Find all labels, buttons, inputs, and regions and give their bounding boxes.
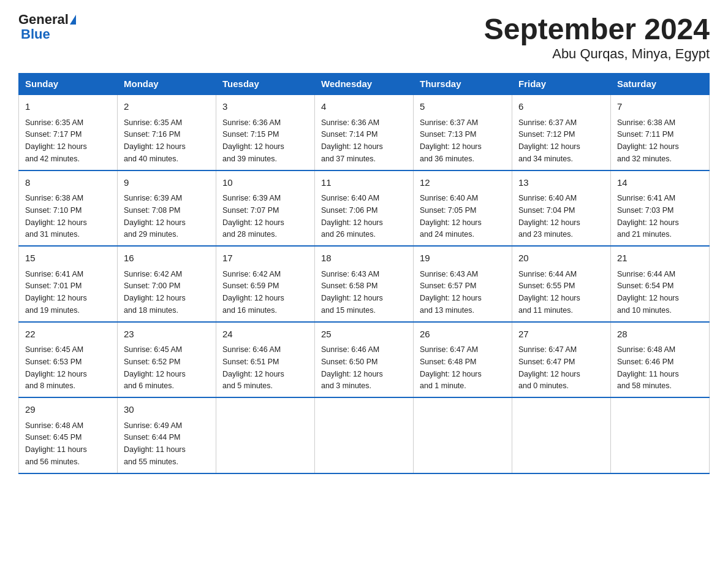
day-info: Sunrise: 6:44 AMSunset: 6:54 PMDaylight:… bbox=[617, 270, 679, 315]
calendar-cell: 17Sunrise: 6:42 AMSunset: 6:59 PMDayligh… bbox=[216, 246, 315, 322]
calendar-title: September 2024 bbox=[484, 12, 710, 46]
calendar-cell: 9Sunrise: 6:39 AMSunset: 7:08 PMDaylight… bbox=[118, 170, 216, 247]
header-day-thursday: Thursday bbox=[414, 74, 512, 95]
day-info: Sunrise: 6:48 AMSunset: 6:45 PMDaylight:… bbox=[25, 421, 87, 466]
header-day-friday: Friday bbox=[512, 74, 611, 95]
day-number: 16 bbox=[124, 251, 210, 266]
calendar-cell: 4Sunrise: 6:36 AMSunset: 7:14 PMDaylight… bbox=[315, 94, 414, 170]
calendar-week-row: 22Sunrise: 6:45 AMSunset: 6:53 PMDayligh… bbox=[19, 322, 710, 398]
day-number: 21 bbox=[617, 251, 703, 266]
day-info: Sunrise: 6:40 AMSunset: 7:06 PMDaylight:… bbox=[321, 194, 383, 239]
day-info: Sunrise: 6:37 AMSunset: 7:13 PMDaylight:… bbox=[420, 118, 482, 163]
day-info: Sunrise: 6:36 AMSunset: 7:14 PMDaylight:… bbox=[321, 118, 383, 163]
calendar-cell: 14Sunrise: 6:41 AMSunset: 7:03 PMDayligh… bbox=[611, 170, 710, 247]
calendar-week-row: 8Sunrise: 6:38 AMSunset: 7:10 PMDaylight… bbox=[19, 170, 710, 247]
day-number: 30 bbox=[124, 403, 210, 417]
calendar-cell: 21Sunrise: 6:44 AMSunset: 6:54 PMDayligh… bbox=[611, 246, 710, 322]
day-number: 6 bbox=[518, 100, 604, 114]
logo-text-general: General bbox=[18, 12, 69, 27]
calendar-cell bbox=[512, 397, 611, 473]
calendar-cell: 6Sunrise: 6:37 AMSunset: 7:12 PMDaylight… bbox=[512, 94, 611, 170]
day-info: Sunrise: 6:39 AMSunset: 7:08 PMDaylight:… bbox=[124, 194, 186, 239]
day-number: 11 bbox=[321, 176, 407, 190]
day-number: 26 bbox=[420, 327, 506, 342]
calendar-cell bbox=[611, 397, 710, 473]
day-number: 19 bbox=[420, 251, 506, 266]
day-info: Sunrise: 6:43 AMSunset: 6:58 PMDaylight:… bbox=[321, 270, 383, 315]
day-number: 13 bbox=[518, 176, 604, 190]
day-number: 18 bbox=[321, 251, 407, 266]
day-number: 28 bbox=[617, 327, 703, 342]
calendar-cell: 25Sunrise: 6:46 AMSunset: 6:50 PMDayligh… bbox=[315, 322, 414, 398]
calendar-cell: 10Sunrise: 6:39 AMSunset: 7:07 PMDayligh… bbox=[216, 170, 315, 247]
calendar-subtitle: Abu Qurqas, Minya, Egypt bbox=[484, 46, 710, 62]
day-info: Sunrise: 6:35 AMSunset: 7:16 PMDaylight:… bbox=[124, 118, 186, 163]
calendar-cell: 27Sunrise: 6:47 AMSunset: 6:47 PMDayligh… bbox=[512, 322, 611, 398]
day-info: Sunrise: 6:38 AMSunset: 7:11 PMDaylight:… bbox=[617, 118, 679, 163]
header-day-sunday: Sunday bbox=[19, 74, 118, 95]
calendar-cell: 18Sunrise: 6:43 AMSunset: 6:58 PMDayligh… bbox=[315, 246, 414, 322]
page-header: General Blue September 2024 Abu Qurqas, … bbox=[18, 12, 710, 62]
header-day-monday: Monday bbox=[118, 74, 216, 95]
day-info: Sunrise: 6:40 AMSunset: 7:04 PMDaylight:… bbox=[518, 194, 580, 239]
day-info: Sunrise: 6:46 AMSunset: 6:51 PMDaylight:… bbox=[222, 345, 284, 390]
logo-text-blue: Blue bbox=[21, 27, 50, 42]
calendar-cell: 15Sunrise: 6:41 AMSunset: 7:01 PMDayligh… bbox=[19, 246, 118, 322]
day-number: 20 bbox=[518, 251, 604, 266]
calendar-cell bbox=[414, 397, 512, 473]
day-number: 23 bbox=[124, 327, 210, 342]
day-info: Sunrise: 6:42 AMSunset: 7:00 PMDaylight:… bbox=[124, 270, 186, 315]
calendar-cell: 3Sunrise: 6:36 AMSunset: 7:15 PMDaylight… bbox=[216, 94, 315, 170]
calendar-week-row: 29Sunrise: 6:48 AMSunset: 6:45 PMDayligh… bbox=[19, 397, 710, 473]
day-number: 17 bbox=[222, 251, 308, 266]
calendar-cell: 20Sunrise: 6:44 AMSunset: 6:55 PMDayligh… bbox=[512, 246, 611, 322]
day-info: Sunrise: 6:44 AMSunset: 6:55 PMDaylight:… bbox=[518, 270, 580, 315]
day-info: Sunrise: 6:47 AMSunset: 6:48 PMDaylight:… bbox=[420, 345, 482, 390]
calendar-cell: 26Sunrise: 6:47 AMSunset: 6:48 PMDayligh… bbox=[414, 322, 512, 398]
day-number: 1 bbox=[25, 100, 111, 114]
day-number: 5 bbox=[420, 100, 506, 114]
day-number: 29 bbox=[25, 403, 111, 417]
day-info: Sunrise: 6:41 AMSunset: 7:03 PMDaylight:… bbox=[617, 194, 679, 239]
day-number: 4 bbox=[321, 100, 407, 114]
calendar-cell: 12Sunrise: 6:40 AMSunset: 7:05 PMDayligh… bbox=[414, 170, 512, 247]
day-info: Sunrise: 6:45 AMSunset: 6:53 PMDaylight:… bbox=[25, 345, 87, 390]
day-info: Sunrise: 6:35 AMSunset: 7:17 PMDaylight:… bbox=[25, 118, 87, 163]
day-info: Sunrise: 6:38 AMSunset: 7:10 PMDaylight:… bbox=[25, 194, 87, 239]
calendar-table: SundayMondayTuesdayWednesdayThursdayFrid… bbox=[18, 73, 710, 474]
day-number: 7 bbox=[617, 100, 703, 114]
day-info: Sunrise: 6:47 AMSunset: 6:47 PMDaylight:… bbox=[518, 345, 580, 390]
day-info: Sunrise: 6:43 AMSunset: 6:57 PMDaylight:… bbox=[420, 270, 482, 315]
logo-triangle-icon bbox=[70, 15, 76, 25]
day-number: 25 bbox=[321, 327, 407, 342]
calendar-cell: 1Sunrise: 6:35 AMSunset: 7:17 PMDaylight… bbox=[19, 94, 118, 170]
day-info: Sunrise: 6:49 AMSunset: 6:44 PMDaylight:… bbox=[124, 421, 186, 466]
day-number: 9 bbox=[124, 176, 210, 190]
calendar-cell: 28Sunrise: 6:48 AMSunset: 6:46 PMDayligh… bbox=[611, 322, 710, 398]
calendar-cell: 5Sunrise: 6:37 AMSunset: 7:13 PMDaylight… bbox=[414, 94, 512, 170]
logo: General Blue bbox=[18, 12, 76, 42]
day-info: Sunrise: 6:37 AMSunset: 7:12 PMDaylight:… bbox=[518, 118, 580, 163]
header-day-wednesday: Wednesday bbox=[315, 74, 414, 95]
day-number: 14 bbox=[617, 176, 703, 190]
day-info: Sunrise: 6:45 AMSunset: 6:52 PMDaylight:… bbox=[124, 345, 186, 390]
calendar-cell: 16Sunrise: 6:42 AMSunset: 7:00 PMDayligh… bbox=[118, 246, 216, 322]
title-block: September 2024 Abu Qurqas, Minya, Egypt bbox=[484, 12, 710, 62]
day-number: 2 bbox=[124, 100, 210, 114]
calendar-cell: 8Sunrise: 6:38 AMSunset: 7:10 PMDaylight… bbox=[19, 170, 118, 247]
day-info: Sunrise: 6:48 AMSunset: 6:46 PMDaylight:… bbox=[617, 345, 679, 390]
day-info: Sunrise: 6:36 AMSunset: 7:15 PMDaylight:… bbox=[222, 118, 284, 163]
calendar-cell: 23Sunrise: 6:45 AMSunset: 6:52 PMDayligh… bbox=[118, 322, 216, 398]
calendar-cell: 7Sunrise: 6:38 AMSunset: 7:11 PMDaylight… bbox=[611, 94, 710, 170]
calendar-cell bbox=[315, 397, 414, 473]
day-info: Sunrise: 6:42 AMSunset: 6:59 PMDaylight:… bbox=[222, 270, 284, 315]
day-number: 24 bbox=[222, 327, 308, 342]
calendar-header-row: SundayMondayTuesdayWednesdayThursdayFrid… bbox=[19, 74, 710, 95]
header-day-tuesday: Tuesday bbox=[216, 74, 315, 95]
calendar-cell: 2Sunrise: 6:35 AMSunset: 7:16 PMDaylight… bbox=[118, 94, 216, 170]
day-number: 22 bbox=[25, 327, 111, 342]
day-number: 10 bbox=[222, 176, 308, 190]
calendar-cell: 30Sunrise: 6:49 AMSunset: 6:44 PMDayligh… bbox=[118, 397, 216, 473]
day-info: Sunrise: 6:41 AMSunset: 7:01 PMDaylight:… bbox=[25, 270, 87, 315]
calendar-week-row: 1Sunrise: 6:35 AMSunset: 7:17 PMDaylight… bbox=[19, 94, 710, 170]
